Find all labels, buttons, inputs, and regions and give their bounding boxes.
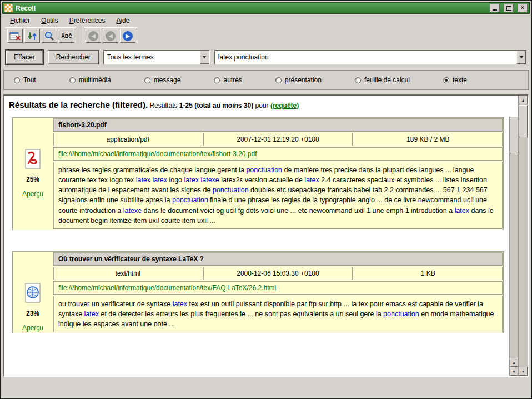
pdf-icon[interactable]: [23, 149, 42, 169]
results-pour: pour: [255, 102, 269, 109]
scroll-up-button[interactable]: ▲: [519, 96, 528, 104]
app-icon: [4, 4, 13, 12]
filter-multimedia[interactable]: multimédia: [69, 76, 111, 84]
results-header: Résultats de la recherche (filtered). Ré…: [9, 99, 507, 115]
maximize-button[interactable]: [504, 4, 514, 12]
menu-fichier[interactable]: Fichier: [6, 16, 34, 26]
results-info: Résultats 1-25 (total au moins 30) pour …: [149, 102, 299, 109]
scrollbar-thumb[interactable]: [519, 105, 528, 137]
result-table: Où trouver un vérificateur de syntaxe La…: [53, 252, 503, 333]
result-mime: text/html: [53, 267, 202, 280]
filter-label: Tout: [23, 76, 36, 84]
chevron-down-icon: [519, 56, 524, 58]
category-filter-bar: Tout multimédia message autres présentat…: [3, 70, 529, 90]
query-history-dropdown-button[interactable]: [516, 51, 526, 64]
result-size: 1 KB: [354, 267, 503, 280]
results-title: Résultats de la recherche (filtered).: [9, 100, 148, 109]
search-mode-select[interactable]: Tous les termes: [103, 50, 210, 64]
filter-feuille-de-calcul[interactable]: feuille de calcul: [355, 76, 410, 84]
result-meta-row: application/pdf 2007-12-01 12:19:20 +010…: [53, 133, 503, 146]
result-url-row: file:///home/michael/informatique/docume…: [53, 281, 503, 295]
clear-search-button[interactable]: [7, 29, 23, 43]
result-filename: flshort-3.20.pdf: [53, 118, 503, 132]
search-mode-dropdown-button[interactable]: [200, 51, 209, 64]
results-info-label: Résultats: [149, 102, 177, 109]
prev-page-icon: ◀: [106, 31, 116, 41]
result-table: flshort-3.20.pdf application/pdf 2007-12…: [53, 118, 503, 230]
result-url-row: file:///home/michael/informatique/docume…: [53, 147, 503, 161]
query-combo: [214, 50, 526, 64]
menu-aide[interactable]: Aide: [112, 16, 134, 26]
filter-presentation[interactable]: présentation: [275, 76, 322, 84]
prev-page-button[interactable]: ◀: [103, 29, 118, 43]
menu-preferences[interactable]: Préférences: [65, 16, 110, 26]
radio-icon[interactable]: [443, 77, 449, 83]
search-button[interactable]: Rechercher: [48, 50, 99, 64]
maximize-icon: [506, 6, 511, 11]
scrollbar-thumb[interactable]: [510, 118, 518, 153]
result-url-link[interactable]: file:///home/michael/informatique/docume…: [58, 284, 276, 292]
titlebar[interactable]: Recoll ✕: [2, 2, 530, 14]
query-details-link[interactable]: (requête): [270, 102, 299, 109]
result-mime: application/pdf: [53, 133, 202, 146]
result-card: 23% Aperçu Où trouver un vérificateur de…: [12, 251, 504, 333]
next-page-button[interactable]: ▶: [120, 29, 135, 43]
html-icon[interactable]: [23, 283, 42, 303]
result-size: 189 KB / 2 MB: [354, 133, 503, 146]
menu-outils[interactable]: Outils: [37, 16, 63, 26]
update-index-button[interactable]: [24, 29, 40, 43]
first-page-icon: ◀: [88, 31, 98, 41]
status-area: [2, 377, 530, 397]
result-abstract: ou trouver un verificateur de syntaxe la…: [53, 296, 503, 332]
close-button[interactable]: ✕: [518, 4, 528, 12]
filter-tout[interactable]: Tout: [14, 76, 36, 84]
search-mode-value: Tous les termes: [104, 53, 200, 61]
search-input[interactable]: [215, 51, 516, 64]
results-panel: Résultats de la recherche (filtered). Ré…: [3, 94, 529, 377]
radio-icon[interactable]: [14, 77, 20, 83]
search-tool-button[interactable]: [42, 29, 57, 43]
result-date: 2007-12-01 12:19:20 +0100: [203, 133, 352, 146]
filter-texte[interactable]: texte: [443, 76, 467, 84]
preview-link[interactable]: Aperçu: [22, 190, 43, 198]
results-range: 1-25 (total au moins 30): [179, 102, 253, 109]
filter-label: autres: [223, 76, 242, 84]
scroll-down-button[interactable]: ▼: [510, 367, 518, 376]
filter-label: présentation: [285, 76, 322, 84]
radio-icon[interactable]: [355, 77, 361, 83]
filter-autres[interactable]: autres: [214, 76, 242, 84]
result-card: 25% Aperçu flshort-3.20.pdf application/…: [12, 117, 504, 230]
filter-message[interactable]: message: [144, 76, 181, 84]
close-icon: ✕: [520, 6, 525, 11]
window-title: Recoll: [16, 4, 486, 12]
result-filename: Où trouver un vérificateur de syntaxe La…: [53, 252, 503, 266]
term-explorer-icon: ÂBĈ: [61, 33, 72, 39]
term-explorer-button[interactable]: ÂBĈ: [59, 29, 74, 43]
result-date: 2000-12-06 15:03:30 +0100: [203, 267, 352, 280]
radio-icon[interactable]: [214, 77, 220, 83]
radio-icon[interactable]: [275, 77, 282, 83]
result-url-link[interactable]: file:///home/michael/informatique/docume…: [58, 150, 257, 158]
first-page-button[interactable]: ◀: [86, 29, 101, 43]
search-row: Effacer Rechercher Tous les termes: [6, 49, 526, 64]
next-page-icon: ▶: [123, 31, 133, 41]
relevance-percent: 23%: [26, 310, 39, 317]
scroll-up-button[interactable]: ▲: [510, 358, 518, 367]
relevance-percent: 25%: [26, 176, 39, 183]
chevron-down-icon: [202, 56, 207, 58]
minimize-button[interactable]: [490, 4, 500, 12]
list-scrollbar[interactable]: ▲ ▼: [509, 117, 518, 376]
clear-search-icon: [9, 31, 21, 41]
radio-icon[interactable]: [69, 77, 76, 83]
preview-link[interactable]: Aperçu: [22, 324, 43, 332]
toolbar-group-nav: ◀ ◀ ▶: [84, 27, 137, 44]
result-abstract: phrase les regles grammaticales de chaqu…: [53, 162, 503, 229]
scroll-down-button[interactable]: ▼: [519, 367, 528, 376]
toolbar-group-search: ÂBĈ: [6, 27, 76, 44]
clear-button[interactable]: Effacer: [6, 50, 43, 64]
results-scrollbar[interactable]: ▲ ▼: [518, 96, 528, 376]
filter-label: feuille de calcul: [364, 76, 410, 84]
result-meta-row: text/html 2000-12-06 15:03:30 +0100 1 KB: [53, 267, 503, 280]
result-side-column: 25% Aperçu: [13, 118, 53, 230]
radio-icon[interactable]: [144, 77, 150, 83]
